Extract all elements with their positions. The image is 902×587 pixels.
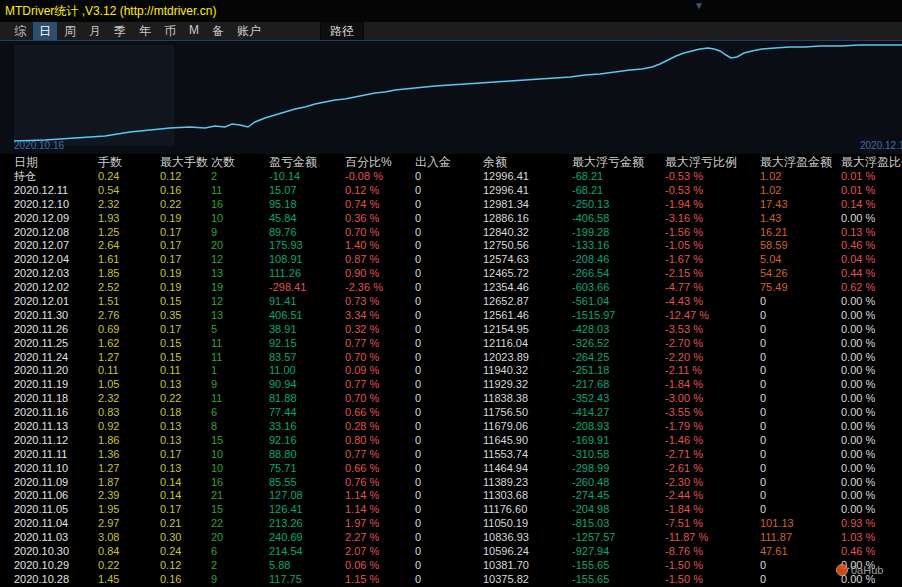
table-row[interactable]: 2020.11.160.830.18677.440.66 %011756.50-… — [0, 406, 902, 420]
table-cell: 0.30 — [142, 531, 210, 545]
table-row[interactable]: 2020.11.200.110.11111.000.09 %011940.32-… — [0, 364, 902, 378]
table-cell: 0.15 — [142, 337, 210, 351]
table-cell: 91.41 — [267, 295, 343, 309]
table-cell: -208.93 — [567, 420, 662, 434]
table-row[interactable]: 2020.11.091.870.141685.550.76 %011389.23… — [0, 476, 902, 490]
table-cell: 0.00 % — [838, 489, 902, 503]
chevron-down-icon[interactable]: ▼ — [694, 1, 704, 11]
table-row[interactable]: 2020.12.011.510.151291.410.73 %012652.87… — [0, 295, 902, 309]
table-row[interactable]: 2020.10.290.220.1225.880.06 %010381.70-1… — [0, 559, 902, 573]
table-row[interactable]: 2020.12.041.610.1712108.910.87 %012574.6… — [0, 253, 902, 267]
table-cell: -204.98 — [567, 503, 662, 517]
table-cell: 0.00 % — [838, 295, 902, 309]
table-cell: 0.01 % — [838, 170, 902, 184]
table-cell: 0 — [413, 351, 481, 365]
table-row[interactable]: 2020.11.241.270.151183.570.70 %012023.89… — [0, 351, 902, 365]
table-cell: 1.51 — [85, 295, 142, 309]
table-row[interactable]: 2020.12.091.930.191045.840.36 %012886.16… — [0, 212, 902, 226]
table-cell: -310.58 — [567, 448, 662, 462]
table-row[interactable]: 2020.11.101.270.131075.710.66 %011464.94… — [0, 462, 902, 476]
table-cell: 2020.11.03 — [0, 531, 85, 545]
table-row[interactable]: 2020.11.062.390.1421127.081.14 %011303.6… — [0, 489, 902, 503]
table-cell: 406.51 — [267, 309, 343, 323]
table-cell: -1.50 % — [662, 559, 757, 573]
table-row[interactable]: 2020.11.130.920.13833.160.28 %011679.06-… — [0, 420, 902, 434]
chart-start-date-label: 2020.10.16 — [14, 140, 64, 151]
menu-tab-月[interactable]: 月 — [83, 22, 107, 41]
menu-tab-综[interactable]: 综 — [8, 22, 32, 41]
menu-tab-M[interactable]: M — [183, 22, 205, 41]
table-cell: 0.15 — [142, 295, 210, 309]
table-cell: 0 — [413, 281, 481, 295]
table-cell: 0 — [757, 420, 838, 434]
table-cell: 0.22 — [142, 392, 210, 406]
table-cell: -7.51 % — [662, 517, 757, 531]
column-header: 最大浮盈比例 — [838, 154, 902, 171]
table-cell: 0.66 % — [343, 462, 413, 476]
table-cell: 11176.60 — [481, 503, 567, 517]
table-cell: 1.43 — [757, 212, 838, 226]
table-cell: -251.18 — [567, 364, 662, 378]
table-row[interactable]: 2020.11.260.690.17538.910.32 %012154.95-… — [0, 323, 902, 337]
table-cell: 12354.46 — [481, 281, 567, 295]
table-row[interactable]: 2020.12.022.520.1919-298.41-2.36 %012354… — [0, 281, 902, 295]
table-cell: 0.16 — [142, 573, 210, 587]
path-button[interactable]: 路径 — [320, 21, 364, 42]
table-cell: -1515.97 — [567, 309, 662, 323]
table-cell: 11645.90 — [481, 434, 567, 448]
table-cell: 33.16 — [267, 420, 343, 434]
table-cell: 11.00 — [267, 364, 343, 378]
menu-tab-备[interactable]: 备 — [206, 22, 230, 41]
table-row[interactable]: 2020.12.072.640.1720175.931.40 %012750.5… — [0, 239, 902, 253]
table-row[interactable]: 2020.11.251.620.151192.150.77 %012116.04… — [0, 337, 902, 351]
table-row[interactable]: 2020.11.033.080.3020240.692.27 %010836.9… — [0, 531, 902, 545]
menu-tab-季[interactable]: 季 — [108, 22, 132, 41]
table-cell: 0 — [413, 364, 481, 378]
table-cell: 16.21 — [757, 226, 838, 240]
table-row[interactable]: 2020.11.042.970.2122213.261.97 %011050.1… — [0, 517, 902, 531]
table-row[interactable]: 2020.11.121.860.131592.160.80 %011645.90… — [0, 434, 902, 448]
table-cell: 1.86 — [85, 434, 142, 448]
table-cell: 0 — [757, 573, 838, 587]
table-row[interactable]: 2020.12.110.540.161115.070.12 %012996.41… — [0, 184, 902, 198]
table-cell: -1.84 % — [662, 378, 757, 392]
table-cell: 11 — [210, 392, 267, 406]
menu-tabs: 综日周月季年币M备账户 — [8, 22, 268, 41]
table-cell: 0.93 % — [838, 517, 902, 531]
menu-tab-币[interactable]: 币 — [158, 22, 182, 41]
menu-tab-年[interactable]: 年 — [133, 22, 157, 41]
table-cell: 0 — [757, 364, 838, 378]
table-cell: 0.17 — [142, 253, 210, 267]
column-header: 手数 — [85, 154, 142, 171]
table-row[interactable]: 2020.12.081.250.17989.760.70 %012840.32-… — [0, 226, 902, 240]
menu-tab-日[interactable]: 日 — [33, 22, 57, 41]
table-row[interactable]: 持仓0.240.122-10.14-0.08 %012996.41-68.21-… — [0, 170, 902, 184]
table-cell: 92.16 — [267, 434, 343, 448]
table-cell: 10 — [210, 212, 267, 226]
table-cell: 12 — [210, 253, 267, 267]
table-row[interactable]: 2020.11.051.950.1715126.411.14 %011176.6… — [0, 503, 902, 517]
menu-tab-账户[interactable]: 账户 — [231, 22, 267, 41]
table-cell: 0.00 % — [838, 503, 902, 517]
statistics-table: 日期手数最大手数次数盈亏金额百分比%出入金余额最大浮亏金额最大浮亏比例最大浮盈金… — [0, 154, 902, 587]
table-cell: 1.27 — [85, 351, 142, 365]
table-row[interactable]: 2020.10.300.840.246214.542.07 %010596.24… — [0, 545, 902, 559]
table-row[interactable]: 2020.11.191.050.13990.940.77 %011929.32-… — [0, 378, 902, 392]
table-row[interactable]: 2020.11.182.320.221181.880.70 %011838.38… — [0, 392, 902, 406]
menu-tab-周[interactable]: 周 — [58, 22, 82, 41]
table-row[interactable]: 2020.12.102.320.221695.180.74 %012981.34… — [0, 198, 902, 212]
table-cell: 2020.12.08 — [0, 226, 85, 240]
table-cell: 0.17 — [142, 239, 210, 253]
table-cell: 213.26 — [267, 517, 343, 531]
table-row[interactable]: 2020.10.281.450.169117.751.15 %010375.82… — [0, 573, 902, 587]
table-cell: 13 — [210, 267, 267, 281]
table-cell: 0.36 % — [343, 212, 413, 226]
table-cell: 11 — [210, 184, 267, 198]
table-cell: 2.32 — [85, 392, 142, 406]
table-row[interactable]: 2020.11.111.360.171088.800.77 %011553.74… — [0, 448, 902, 462]
table-cell: 2020.10.28 — [0, 573, 85, 587]
table-cell: 12652.87 — [481, 295, 567, 309]
table-row[interactable]: 2020.11.302.760.3513406.513.34 %012561.4… — [0, 309, 902, 323]
table-row[interactable]: 2020.12.031.850.1913111.260.90 %012465.7… — [0, 267, 902, 281]
table-cell: 0.84 — [85, 545, 142, 559]
